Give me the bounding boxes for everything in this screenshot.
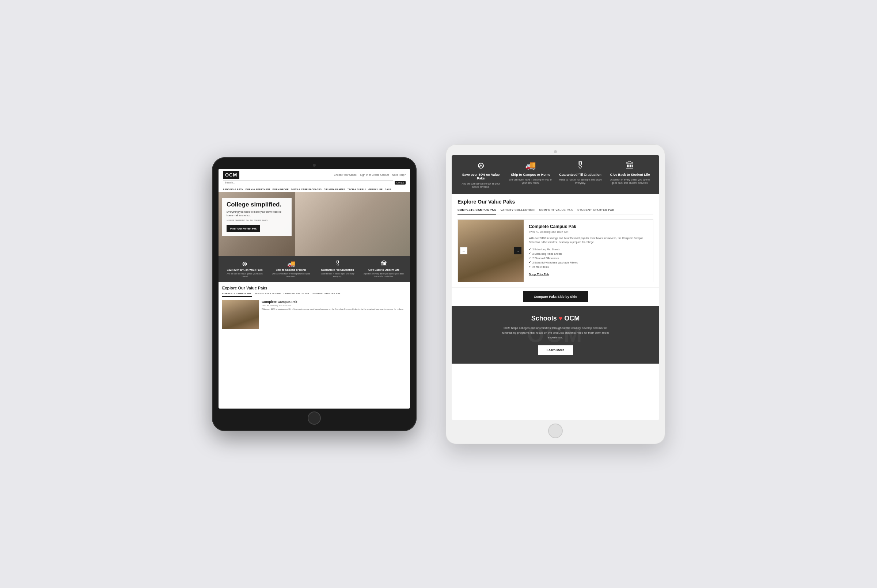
list-item-2: 2 Standard Pillowcases bbox=[529, 256, 649, 260]
features-bar: ⊛ Save over 60% on Value Paks And be sur… bbox=[219, 256, 410, 282]
value-paks-section: Explore Our Value Paks COMPLETE CAMPUS P… bbox=[219, 282, 410, 333]
list-item-3: 2 Extra-fluffy Machine Washable Pillows bbox=[529, 260, 649, 265]
tab-varsity[interactable]: VARSITY COLLECTION bbox=[255, 292, 281, 297]
wt-tab-starter[interactable]: STUDENT STARTER PAK bbox=[577, 208, 614, 214]
wt-pak-title: Complete Campus Pak bbox=[529, 224, 649, 229]
white-tablet-screen: ⊛ Save over 60% on Value Paks And be sur… bbox=[452, 155, 659, 420]
nav-diploma[interactable]: DIPLOMA FRAMES bbox=[324, 188, 345, 190]
wt-feature-shipping-desc: We can even have it waiting for you in y… bbox=[509, 178, 553, 184]
wt-tab-comfort[interactable]: COMFORT VALUE PAK bbox=[539, 208, 573, 214]
pak-subtitle: Twin XL Bedding and Bath Set bbox=[262, 304, 406, 307]
nav-gifts[interactable]: GIFTS & CARE PACKAGES bbox=[291, 188, 322, 190]
nav-sale[interactable]: SALE bbox=[385, 188, 391, 190]
wt-feature-shipping-title: Ship to Campus or Home bbox=[509, 173, 553, 177]
schools-section: OCM Schools ♥ OCM OCM helps colleges and… bbox=[452, 306, 659, 363]
nav-decor[interactable]: DORM DECOR bbox=[273, 188, 289, 190]
search-bar: Cart (0) bbox=[223, 180, 406, 185]
feature-giveback: 🏛 Give Back to Student Life A portion of… bbox=[364, 261, 405, 278]
search-input[interactable] bbox=[223, 180, 393, 185]
ocm-logo: OCM bbox=[223, 171, 239, 179]
white-tablet-home-button[interactable] bbox=[548, 423, 563, 438]
wt-value-paks-section: Explore Our Value Paks COMPLETE CAMPUS P… bbox=[452, 194, 659, 287]
header-link-school[interactable]: Choose Your School bbox=[334, 174, 357, 176]
nav-bedding[interactable]: BEDDING & BATH bbox=[223, 188, 243, 190]
pak-description: With over $100 in savings and 24 of the … bbox=[262, 308, 406, 311]
feature-savings-desc: And be sure all you've got all your base… bbox=[224, 273, 265, 278]
tablet-black: OCM Choose Your School Sign In or Create… bbox=[212, 157, 417, 431]
feature-shipping: 🚚 Ship to Campus or Home We can even hav… bbox=[271, 261, 312, 278]
wt-pak-info: Complete Campus Pak Twin XL Bedding and … bbox=[529, 220, 653, 282]
wt-feature-guarantee: 🎖 Guaranteed 'Til Graduation Made to roc… bbox=[558, 160, 602, 189]
compare-section: Compare Paks Side by Side bbox=[452, 287, 659, 306]
wt-feature-giveback-desc: A portion of every dollar you spend goes… bbox=[608, 178, 652, 184]
wt-value-paks-title: Explore Our Value Paks bbox=[457, 199, 654, 205]
schools-title: Schools ♥ OCM bbox=[459, 315, 652, 322]
list-item-4: 24 More Items bbox=[529, 265, 649, 269]
pak-tabs: COMPLETE CAMPUS PAK VARSITY COLLECTION C… bbox=[222, 292, 406, 297]
white-tablet-camera bbox=[554, 150, 557, 153]
wt-medal-icon: 🎖 bbox=[558, 160, 602, 171]
hero-section: College simplified. Everything you need … bbox=[219, 192, 410, 256]
wt-feature-guarantee-desc: Made to rock n' roll all night and study… bbox=[558, 178, 602, 184]
feature-shipping-desc: We can even have it waiting for you in y… bbox=[271, 273, 312, 278]
wt-savings-icon: ⊛ bbox=[459, 160, 503, 171]
cart-button[interactable]: Cart (0) bbox=[395, 181, 406, 184]
header-link-help[interactable]: Need Help? bbox=[392, 174, 406, 176]
feature-guarantee: 🎖 Guaranteed 'Til Graduation Made to roc… bbox=[317, 261, 358, 278]
pak-prev-button[interactable]: ← bbox=[460, 247, 467, 254]
nav-greek[interactable]: GREEK LIFE bbox=[368, 188, 382, 190]
pak-title: Complete Campus Pak bbox=[262, 300, 406, 304]
wt-feature-shipping: 🚚 Ship to Campus or Home We can even hav… bbox=[509, 160, 553, 189]
tab-campus-pak[interactable]: COMPLETE CAMPUS PAK bbox=[222, 292, 252, 297]
header-top: OCM Choose Your School Sign In or Create… bbox=[223, 171, 406, 179]
hero-overlay: College simplified. Everything you need … bbox=[222, 198, 292, 236]
hero-image bbox=[295, 192, 410, 256]
wt-tab-campus-pak[interactable]: COMPLETE CAMPUS PAK bbox=[457, 208, 496, 214]
learn-more-button[interactable]: Learn More bbox=[538, 345, 573, 355]
heart-icon: ♥ bbox=[559, 315, 563, 322]
black-tablet-home-button[interactable] bbox=[308, 411, 321, 424]
wt-pak-card: ← → Complete Campus Pak Twin XL Bedding … bbox=[457, 219, 654, 282]
schools-description: OCM helps colleges and universities thro… bbox=[501, 326, 610, 340]
scene: OCM Choose Your School Sign In or Create… bbox=[0, 0, 877, 588]
compare-button[interactable]: Compare Paks Side by Side bbox=[523, 291, 588, 302]
wt-pak-image: ← → bbox=[458, 220, 524, 282]
header-link-signin[interactable]: Sign In or Create Account bbox=[360, 174, 389, 176]
feature-shipping-title: Ship to Campus or Home bbox=[271, 268, 312, 272]
value-paks-title: Explore Our Value Paks bbox=[222, 286, 406, 290]
nav-dorm[interactable]: DORM & APARTMENT bbox=[246, 188, 270, 190]
list-item-0: 2 Extra-long Flat Sheets bbox=[529, 247, 649, 251]
wt-pak-description: With over $100 in savings and 24 of the … bbox=[529, 237, 649, 244]
black-tablet-screen: OCM Choose Your School Sign In or Create… bbox=[219, 169, 410, 409]
feature-savings: ⊛ Save over 60% on Value Paks And be sur… bbox=[224, 261, 265, 278]
shop-pak-link[interactable]: Shop This Pak bbox=[529, 273, 649, 276]
wt-feature-savings: ⊛ Save over 60% on Value Paks And be sur… bbox=[459, 160, 503, 189]
list-item-1: 2 Extra-long Fitted Sheets bbox=[529, 251, 649, 256]
header-links: Choose Your School Sign In or Create Acc… bbox=[334, 174, 406, 176]
pak-info: Complete Campus Pak Twin XL Bedding and … bbox=[262, 300, 406, 329]
tablet-white: ⊛ Save over 60% on Value Paks And be sur… bbox=[446, 144, 665, 444]
main-nav: BEDDING & BATH DORM & APARTMENT DORM DEC… bbox=[223, 187, 406, 192]
feature-savings-title: Save over 60% on Value Paks bbox=[224, 268, 265, 272]
tab-starter[interactable]: STUDENT STARTER PAK bbox=[312, 292, 340, 297]
feature-giveback-desc: A portion of every dollar you spend goes… bbox=[364, 273, 405, 278]
hero-title: College simplified. bbox=[226, 201, 287, 208]
wt-feature-savings-title: Save over 60% on Value Paks bbox=[459, 173, 503, 181]
ocm-header: OCM Choose Your School Sign In or Create… bbox=[219, 169, 410, 192]
wt-feature-giveback-title: Give Back to Student Life bbox=[608, 173, 652, 177]
pak-image bbox=[222, 300, 259, 329]
wt-tab-varsity[interactable]: VARSITY COLLECTION bbox=[501, 208, 535, 214]
truck-icon: 🚚 bbox=[271, 261, 312, 267]
find-pak-button[interactable]: Find Your Perfect Pak bbox=[226, 225, 260, 232]
wt-feature-giveback: 🏛 Give Back to Student Life A portion of… bbox=[608, 160, 652, 189]
pak-image-inner bbox=[222, 300, 259, 329]
nav-tech[interactable]: TECH & SUPPLY bbox=[348, 188, 366, 190]
tab-comfort[interactable]: COMFORT VALUE PAK bbox=[283, 292, 309, 297]
wt-features-bar: ⊛ Save over 60% on Value Paks And be sur… bbox=[452, 155, 659, 194]
wt-pak-items-list: 2 Extra-long Flat Sheets 2 Extra-long Fi… bbox=[529, 247, 649, 269]
pak-next-button[interactable]: → bbox=[514, 247, 522, 254]
building-icon: 🏛 bbox=[364, 261, 405, 267]
savings-icon: ⊛ bbox=[224, 261, 265, 267]
wt-feature-guarantee-title: Guaranteed 'Til Graduation bbox=[558, 173, 602, 177]
pak-card: Complete Campus Pak Twin XL Bedding and … bbox=[222, 300, 406, 329]
